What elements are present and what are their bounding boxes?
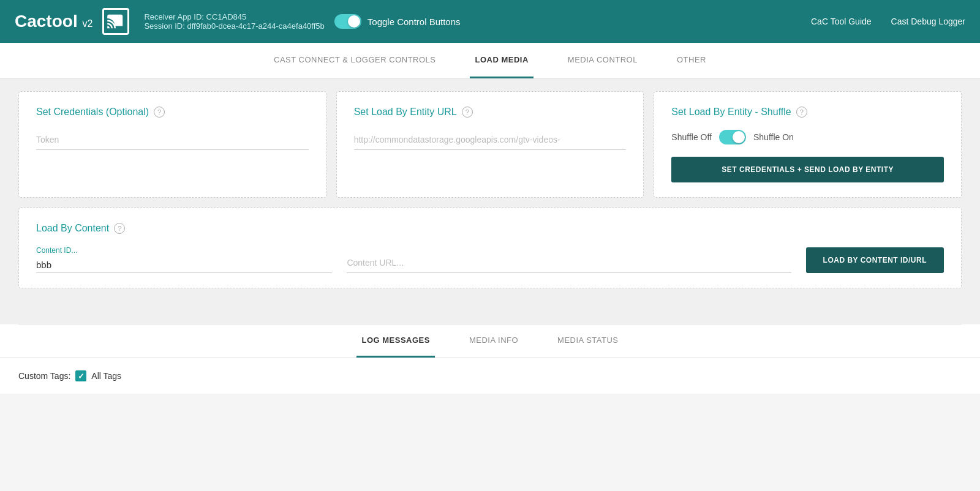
shuffle-toggle-row: Shuffle Off Shuffle On bbox=[671, 130, 944, 144]
toggle-control-button[interactable] bbox=[334, 14, 361, 29]
credentials-card-title: Set Credentials (Optional) ? bbox=[36, 107, 309, 118]
load-content-help-icon[interactable]: ? bbox=[114, 223, 125, 234]
tab-media-status[interactable]: MEDIA STATUS bbox=[552, 324, 623, 358]
cac-tool-guide-link[interactable]: CaC Tool Guide bbox=[811, 17, 872, 26]
bottom-content: Custom Tags: All Tags bbox=[0, 358, 980, 394]
load-by-entity-url-title: Set Load By Entity URL ? bbox=[354, 107, 627, 118]
load-by-content-title: Load By Content ? bbox=[36, 223, 944, 234]
session-id: Session ID: dff9fab0-dcea-4c17-a244-ca4e… bbox=[144, 21, 324, 31]
toggle-control-section: Toggle Control Buttons bbox=[334, 14, 461, 29]
tab-media-control[interactable]: MEDIA CONTROL bbox=[563, 43, 643, 78]
content-id-input[interactable] bbox=[36, 257, 332, 273]
load-by-entity-url-card: Set Load By Entity URL ? bbox=[336, 91, 644, 198]
load-by-content-button[interactable]: LOAD BY CONTENT ID/URL bbox=[806, 247, 944, 273]
set-credentials-send-load-entity-button[interactable]: SET CREDENTIALS + SEND LOAD BY ENTITY bbox=[671, 157, 944, 182]
load-by-entity-shuffle-card: Set Load By Entity - Shuffle ? Shuffle O… bbox=[654, 91, 962, 198]
credentials-help-icon[interactable]: ? bbox=[154, 107, 165, 118]
content-url-input[interactable] bbox=[347, 253, 791, 273]
shuffle-off-label: Shuffle Off bbox=[671, 132, 712, 142]
cast-debug-logger-link[interactable]: Cast Debug Logger bbox=[891, 17, 965, 26]
token-input[interactable] bbox=[36, 130, 309, 150]
shuffle-help-icon[interactable]: ? bbox=[796, 107, 807, 118]
load-by-entity-shuffle-title: Set Load By Entity - Shuffle ? bbox=[671, 107, 944, 118]
toggle-control-label: Toggle Control Buttons bbox=[368, 17, 461, 27]
shuffle-on-label: Shuffle On bbox=[753, 132, 794, 142]
header-ids: Receiver App ID: CC1AD845 Session ID: df… bbox=[144, 12, 324, 31]
custom-tags-label: Custom Tags: bbox=[18, 371, 70, 381]
app-logo: Cactool v2 bbox=[15, 12, 92, 31]
main-content: Set Credentials (Optional) ? Set Load By… bbox=[0, 79, 980, 324]
content-url-group bbox=[347, 253, 791, 273]
credentials-card: Set Credentials (Optional) ? bbox=[18, 91, 326, 198]
tab-load-media[interactable]: LOAD MEDIA bbox=[470, 43, 533, 78]
load-by-content-card: Load By Content ? Content ID... LOAD BY … bbox=[18, 208, 962, 288]
all-tags-checkbox[interactable] bbox=[75, 370, 86, 381]
load-entity-url-help-icon[interactable]: ? bbox=[462, 107, 473, 118]
bottom-tabs: LOG MESSAGES MEDIA INFO MEDIA STATUS bbox=[0, 324, 980, 358]
content-inputs-row: Content ID... LOAD BY CONTENT ID/URL bbox=[36, 246, 944, 273]
tab-media-info[interactable]: MEDIA INFO bbox=[464, 324, 523, 358]
content-id-label: Content ID... bbox=[36, 246, 332, 255]
receiver-app-id: Receiver App ID: CC1AD845 bbox=[144, 12, 324, 21]
header-nav: CaC Tool Guide Cast Debug Logger bbox=[811, 17, 965, 26]
bottom-section: LOG MESSAGES MEDIA INFO MEDIA STATUS Cus… bbox=[0, 324, 980, 394]
main-tabs: CAST CONNECT & LOGGER CONTROLS LOAD MEDI… bbox=[0, 43, 980, 79]
shuffle-toggle[interactable] bbox=[719, 130, 746, 144]
tab-log-messages[interactable]: LOG MESSAGES bbox=[356, 324, 434, 358]
tab-cast-connect[interactable]: CAST CONNECT & LOGGER CONTROLS bbox=[269, 43, 440, 78]
all-tags-label: All Tags bbox=[91, 371, 121, 381]
header-left: Cactool v2 Receiver App ID: CC1AD845 Ses… bbox=[15, 8, 461, 35]
tab-other[interactable]: OTHER bbox=[672, 43, 711, 78]
app-header: Cactool v2 Receiver App ID: CC1AD845 Ses… bbox=[0, 0, 980, 43]
content-id-group: Content ID... bbox=[36, 246, 332, 273]
entity-url-input[interactable] bbox=[354, 130, 627, 150]
cast-icon bbox=[102, 8, 129, 35]
custom-tags-row: Custom Tags: All Tags bbox=[18, 370, 962, 381]
cards-row: Set Credentials (Optional) ? Set Load By… bbox=[18, 91, 962, 198]
